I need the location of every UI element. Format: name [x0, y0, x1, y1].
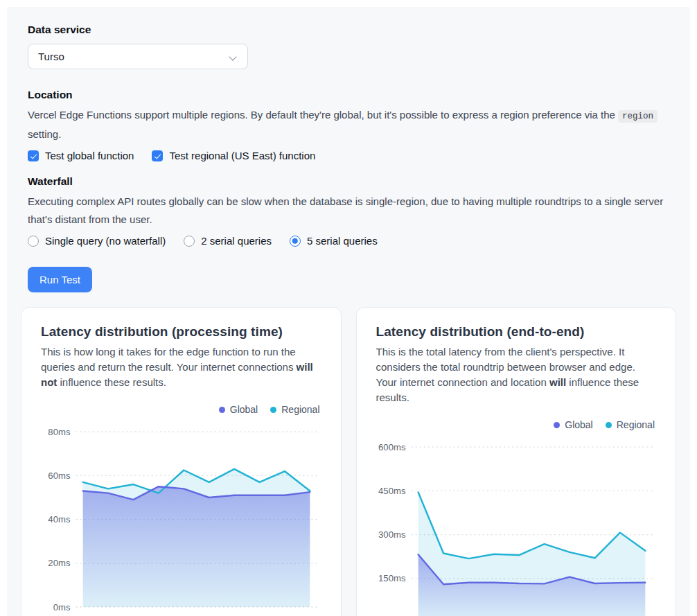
- legend-item-global: Global: [219, 404, 258, 415]
- global-dot-icon: [219, 407, 225, 413]
- main-panel: Data service Turso Location Vercel Edge …: [7, 7, 690, 616]
- checkbox-test-global-function[interactable]: Test global function: [28, 150, 134, 161]
- latency-chart-svg: 0ms20ms40ms60ms80ms#1#2#3#4#5#6#7#8#9#10: [41, 421, 321, 616]
- radio-5-serial-queries[interactable]: 5 serial queries: [290, 235, 378, 247]
- location-heading: Location: [28, 89, 676, 101]
- test-regional-checkbox[interactable]: [152, 150, 163, 161]
- radio-2-serial-queries[interactable]: 2 serial queries: [184, 235, 272, 247]
- y-tick-label: 80ms: [48, 427, 71, 437]
- two-serial-queries-radio[interactable]: [184, 236, 195, 247]
- global-area: [83, 486, 310, 607]
- waterfall-radio-row: Single query (no waterfall) 2 serial que…: [28, 235, 676, 247]
- y-tick-label: 60ms: [48, 470, 71, 481]
- regional-dot-icon: [606, 422, 612, 428]
- location-description-tail: setting.: [28, 128, 61, 140]
- chevron-down-icon: [230, 53, 238, 60]
- legend-label: Regional: [617, 419, 655, 430]
- test-global-checkbox[interactable]: [28, 150, 39, 161]
- y-tick-label: 450ms: [378, 486, 406, 496]
- card-description: This is how long it takes for the edge f…: [41, 344, 321, 390]
- processing-time-chart: 0ms20ms40ms60ms80ms#1#2#3#4#5#6#7#8#9#10: [41, 421, 321, 616]
- y-tick-label: 20ms: [48, 558, 71, 568]
- card-title: Latency distribution (processing time): [41, 324, 321, 340]
- y-tick-label: 0ms: [53, 602, 71, 613]
- radio-label: 5 serial queries: [307, 235, 378, 247]
- legend-item-regional: Regional: [270, 404, 319, 415]
- charts-grid: Latency distribution (processing time) T…: [21, 307, 676, 616]
- processing-time-card: Latency distribution (processing time) T…: [21, 307, 342, 616]
- radio-single-query[interactable]: Single query (no waterfall): [28, 235, 166, 247]
- location-checkbox-row: Test global function Test regional (US E…: [28, 150, 676, 161]
- location-description-text: Vercel Edge Functions support multiple r…: [28, 109, 618, 121]
- checkbox-test-regional-function[interactable]: Test regional (US East) function: [152, 150, 315, 161]
- checkbox-label: Test regional (US East) function: [169, 150, 315, 161]
- desc-tail: influence these results.: [57, 376, 166, 388]
- page: Data service Turso Location Vercel Edge …: [0, 7, 697, 616]
- chart-legend: Global Regional: [41, 404, 320, 415]
- y-tick-label: 600ms: [378, 442, 406, 452]
- legend-item-global: Global: [554, 419, 592, 430]
- checkbox-label: Test global function: [45, 150, 134, 161]
- desc-text: This is how long it takes for the edge f…: [41, 346, 297, 373]
- location-description: Vercel Edge Functions support multiple r…: [28, 106, 676, 143]
- data-service-heading: Data service: [28, 24, 676, 36]
- end-to-end-chart: 0ms150ms300ms450ms600ms#1#2#3#4#5#6#7#8#…: [376, 436, 657, 616]
- run-test-button[interactable]: Run Test: [28, 267, 92, 292]
- card-title: Latency distribution (end-to-end): [376, 324, 657, 340]
- single-query-radio[interactable]: [28, 236, 39, 247]
- y-tick-label: 40ms: [48, 514, 71, 525]
- global-dot-icon: [554, 422, 560, 428]
- radio-label: 2 serial queries: [201, 235, 272, 247]
- radio-label: Single query (no waterfall): [45, 235, 166, 247]
- waterfall-heading: Waterfall: [28, 175, 676, 188]
- data-service-select[interactable]: Turso: [28, 44, 248, 69]
- legend-label: Global: [565, 419, 592, 430]
- y-tick-label: 300ms: [378, 529, 406, 540]
- legend-label: Regional: [281, 404, 319, 415]
- chart-legend: Global Regional: [376, 419, 655, 430]
- end-to-end-card: Latency distribution (end-to-end) This i…: [356, 307, 677, 616]
- region-code-chip: region: [618, 110, 658, 123]
- latency-chart-svg: 0ms150ms300ms450ms600ms#1#2#3#4#5#6#7#8#…: [376, 436, 657, 616]
- data-service-selected-value: Turso: [38, 51, 64, 62]
- five-serial-queries-radio[interactable]: [290, 236, 301, 247]
- legend-label: Global: [230, 404, 258, 415]
- waterfall-description: Executing complex API routes globally ca…: [28, 193, 676, 229]
- desc-bold: will: [549, 376, 566, 388]
- regional-dot-icon: [270, 407, 276, 413]
- y-tick-label: 150ms: [378, 573, 406, 583]
- legend-item-regional: Regional: [606, 419, 655, 430]
- card-description: This is the total latency from the clien…: [376, 344, 657, 405]
